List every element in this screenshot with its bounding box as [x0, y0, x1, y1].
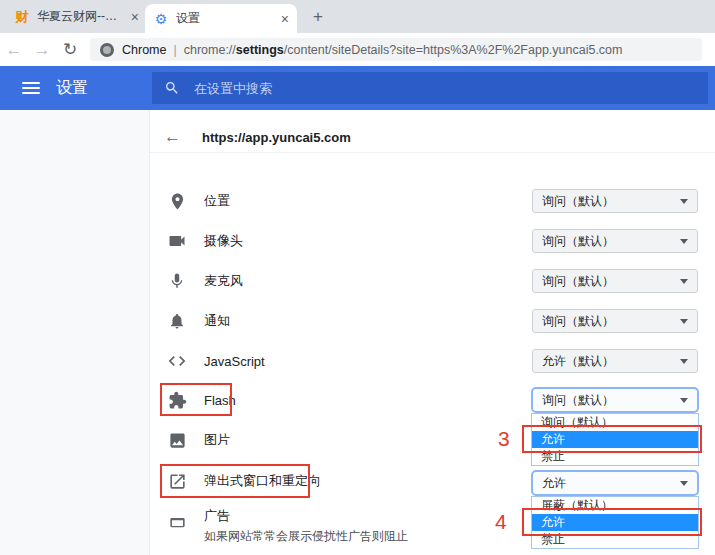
permission-label: 位置 [204, 192, 230, 210]
menu-icon[interactable] [22, 82, 40, 94]
reload-button[interactable]: ↻ [56, 39, 84, 60]
select-value: 询问（默认） [542, 392, 614, 409]
site-url: https://app.yuncai5.com [202, 130, 351, 145]
permission-row-popups: 弹出式窗口和重定向 [166, 461, 321, 501]
microphone-icon [166, 270, 188, 292]
image-icon [166, 429, 188, 451]
chrome-icon [100, 43, 114, 57]
flash-permission-select[interactable]: 询问（默认） [531, 387, 699, 413]
select-value: 询问（默认） [542, 233, 614, 250]
omnibox-product-label: Chrome [122, 43, 166, 57]
dropdown-caret-icon [680, 239, 688, 244]
camera-icon [166, 230, 188, 252]
bell-icon [166, 310, 188, 332]
select-value: 允许 [542, 475, 566, 492]
permission-row-images: 图片 [166, 420, 230, 460]
permission-label: 摄像头 [204, 232, 243, 250]
settings-search-box[interactable] [152, 72, 708, 104]
permission-label: 麦克风 [204, 272, 243, 290]
javascript-permission-select[interactable]: 允许（默认） [532, 349, 698, 373]
back-arrow-icon[interactable]: ← [164, 127, 194, 147]
settings-header: 设置 [0, 66, 715, 110]
dropdown-caret-icon [680, 199, 688, 204]
location-permission-select[interactable]: 询问（默认） [532, 189, 698, 213]
settings-gear-favicon-icon: ⚙ [153, 11, 169, 27]
location-pin-icon [166, 190, 188, 212]
permission-sublabel: 如果网站常常会展示侵扰性广告则阻止 [204, 528, 408, 545]
permission-row-location: 位置 [166, 181, 230, 221]
omnibox-url: chrome://settings/content/siteDetails?si… [184, 43, 623, 57]
notifications-permission-select[interactable]: 询问（默认） [532, 309, 698, 333]
menu-option-block[interactable]: 禁止 [532, 448, 698, 465]
menu-option-ask-default[interactable]: 询问（默认） [532, 414, 698, 431]
select-value: 询问（默认） [542, 193, 614, 210]
permission-row-flash: Flash [166, 380, 236, 420]
close-tab-icon[interactable]: × [281, 11, 289, 27]
menu-option-block-default[interactable]: 屏蔽（默认） [532, 497, 698, 514]
dropdown-caret-icon [680, 279, 688, 284]
select-value: 允许（默认） [542, 353, 614, 370]
popups-permission-select[interactable]: 允许 [531, 470, 699, 496]
close-tab-icon[interactable]: × [131, 9, 139, 25]
permission-label: Flash [204, 393, 236, 408]
step3-number: 3 [498, 427, 510, 451]
permission-label: 广告 [204, 507, 408, 525]
tab-yuncai[interactable]: 财 华夏云财网--我的账套 × [8, 0, 145, 33]
permission-label: 图片 [204, 431, 230, 449]
permission-row-javascript: JavaScript [166, 341, 265, 381]
ad-box-icon [166, 513, 188, 535]
back-button[interactable]: ← [0, 40, 28, 60]
permission-row-ads: 广告 如果网站常常会展示侵扰性广告则阻止 [166, 497, 408, 549]
divider [150, 152, 715, 153]
dropdown-caret-icon [680, 398, 688, 403]
flash-select-dropdown-menu: 询问（默认） 允许 禁止 [531, 413, 699, 466]
select-value: 询问（默认） [542, 313, 614, 330]
yuncai-favicon-icon: 财 [14, 9, 30, 25]
permission-row-microphone: 麦克风 [166, 261, 243, 301]
settings-sidebar [0, 110, 150, 555]
menu-option-block[interactable]: 禁止 [532, 531, 698, 548]
new-tab-button[interactable]: + [305, 4, 331, 30]
select-value: 询问（默认） [542, 273, 614, 290]
dropdown-caret-icon [680, 319, 688, 324]
browser-window: 财 华夏云财网--我的账套 × ⚙ 设置 × + ← → ↻ Chrome | … [0, 0, 715, 555]
permission-label: JavaScript [204, 354, 265, 369]
permission-label: 通知 [204, 312, 230, 330]
omnibox-separator: | [173, 43, 176, 57]
search-icon [164, 80, 180, 96]
menu-option-allow[interactable]: 允许 [532, 431, 698, 448]
code-icon [166, 350, 188, 372]
dropdown-caret-icon [680, 359, 688, 364]
address-bar[interactable]: Chrome | chrome://settings/content/siteD… [90, 38, 702, 61]
tab-title: 设置 [176, 10, 275, 27]
camera-permission-select[interactable]: 询问（默认） [532, 229, 698, 253]
tab-title: 华夏云财网--我的账套 [37, 8, 125, 25]
microphone-permission-select[interactable]: 询问（默认） [532, 269, 698, 293]
tab-strip: 财 华夏云财网--我的账套 × ⚙ 设置 × + [0, 0, 715, 33]
step4-number: 4 [495, 510, 507, 534]
forward-button[interactable]: → [28, 40, 56, 60]
puzzle-piece-icon [166, 389, 188, 411]
dropdown-caret-icon [680, 481, 688, 486]
browser-toolbar: ← → ↻ Chrome | chrome://settings/content… [0, 33, 715, 66]
popups-select-dropdown-menu: 屏蔽（默认） 允许 禁止 [531, 496, 699, 549]
settings-title: 设置 [56, 78, 88, 99]
settings-search-input[interactable] [194, 81, 696, 96]
permission-label: 弹出式窗口和重定向 [204, 472, 321, 490]
permission-row-camera: 摄像头 [166, 221, 243, 261]
tab-settings[interactable]: ⚙ 设置 × [145, 4, 297, 33]
permission-row-notifications: 通知 [166, 301, 230, 341]
open-in-new-icon [166, 470, 188, 492]
menu-option-allow[interactable]: 允许 [532, 514, 698, 531]
site-details-panel: ← https://app.yuncai5.com 位置 摄像头 麦克风 通知 … [150, 110, 715, 555]
